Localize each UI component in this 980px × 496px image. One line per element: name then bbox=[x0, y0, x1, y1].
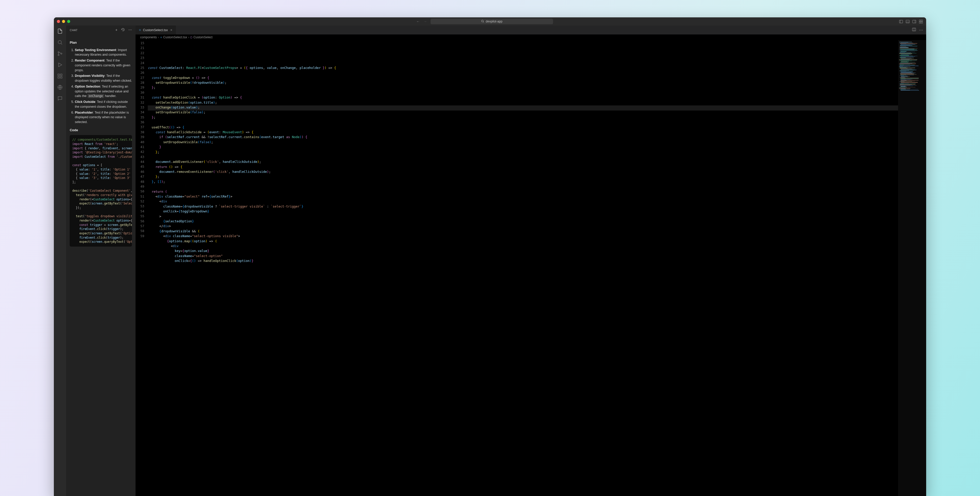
body-area: CHAT + ⋯ Plan Setup Testing Environment:… bbox=[54, 26, 926, 496]
svg-rect-20 bbox=[58, 77, 59, 78]
plan-heading: Plan bbox=[70, 40, 132, 45]
chat-content: Plan Setup Testing Environment: Import n… bbox=[66, 35, 135, 496]
breadcrumb-symbol[interactable]: CustomSelect bbox=[193, 35, 213, 39]
nav-arrows: ← → bbox=[416, 19, 427, 24]
more-actions-icon[interactable]: ⋯ bbox=[919, 27, 923, 32]
plan-item: Click Outside: Test if clicking outside … bbox=[75, 100, 132, 109]
svg-rect-8 bbox=[919, 20, 921, 21]
close-tab-icon[interactable]: × bbox=[170, 28, 172, 32]
breadcrumb-file[interactable]: CustomSelect.tsx bbox=[163, 35, 187, 39]
svg-rect-2 bbox=[899, 20, 903, 23]
titlebar-right bbox=[899, 19, 923, 24]
history-icon[interactable] bbox=[121, 28, 125, 32]
nav-forward-icon[interactable]: → bbox=[423, 19, 427, 24]
plan-item: Placeholder: Test if the placeholder is … bbox=[75, 110, 132, 124]
close-window-button[interactable] bbox=[57, 20, 60, 23]
traffic-lights bbox=[57, 20, 70, 23]
run-debug-icon[interactable] bbox=[57, 62, 63, 68]
svg-rect-21 bbox=[60, 77, 62, 78]
chat-sidebar: CHAT + ⋯ Plan Setup Testing Environment:… bbox=[66, 26, 135, 496]
extensions-icon[interactable] bbox=[57, 73, 63, 79]
tab-label: CustomSelect.tsx bbox=[143, 28, 168, 32]
explorer-icon[interactable] bbox=[57, 28, 63, 34]
svg-point-14 bbox=[58, 51, 59, 53]
layout-customize-icon[interactable] bbox=[919, 19, 923, 24]
new-chat-icon[interactable]: + bbox=[115, 28, 118, 32]
chat-code-block: // components/CustomSelect.test.tsx impo… bbox=[70, 135, 132, 247]
code-lines[interactable]: const CustomSelect: React.FC<CustomSelec… bbox=[148, 40, 898, 496]
source-control-icon[interactable] bbox=[57, 51, 63, 57]
search-icon bbox=[481, 20, 484, 24]
remote-icon[interactable] bbox=[57, 84, 63, 90]
svg-rect-6 bbox=[913, 20, 916, 23]
svg-rect-10 bbox=[919, 22, 921, 23]
plan-item: Dropdown Visibility: Test if the dropdow… bbox=[75, 73, 132, 83]
tabs-bar: ⚛ CustomSelect.tsx × ⋯ bbox=[135, 26, 926, 35]
svg-point-0 bbox=[482, 20, 484, 22]
svg-rect-19 bbox=[60, 74, 62, 76]
plan-item: Option Selection: Test if selecting an o… bbox=[75, 84, 132, 99]
plan-item: Render Component: Test if the component … bbox=[75, 58, 132, 72]
search-text: devpilot-app bbox=[486, 20, 502, 23]
activity-bar bbox=[54, 26, 66, 496]
layout-panel-left-icon[interactable] bbox=[899, 19, 903, 24]
layout-panel-right-icon[interactable] bbox=[912, 19, 916, 24]
react-file-icon: ⚛ bbox=[138, 28, 142, 32]
minimize-window-button[interactable] bbox=[62, 20, 65, 23]
more-icon[interactable]: ⋯ bbox=[128, 28, 132, 32]
app-window: ← → devpilot-app CHAT bbox=[54, 18, 926, 496]
nav-back-icon[interactable]: ← bbox=[416, 19, 420, 24]
chat-header: CHAT + ⋯ bbox=[66, 26, 135, 35]
titlebar: ← → devpilot-app bbox=[54, 18, 926, 26]
chat-title: CHAT bbox=[70, 29, 78, 32]
svg-line-13 bbox=[61, 43, 62, 45]
svg-rect-4 bbox=[906, 20, 909, 23]
svg-marker-17 bbox=[59, 63, 62, 67]
editor-body[interactable]: 1521222324252627282930313233343536373839… bbox=[135, 40, 926, 496]
breadcrumb-folder[interactable]: components bbox=[140, 35, 157, 39]
chat-icon[interactable] bbox=[57, 96, 63, 102]
svg-rect-18 bbox=[58, 74, 59, 76]
command-center[interactable]: devpilot-app bbox=[431, 19, 553, 24]
maximize-window-button[interactable] bbox=[67, 20, 70, 23]
code-heading: Code bbox=[70, 128, 132, 133]
editor-area: ⚛ CustomSelect.tsx × ⋯ components › ⚛ Cu… bbox=[135, 26, 926, 496]
svg-rect-9 bbox=[921, 20, 923, 21]
line-gutter: 1521222324252627282930313233343536373839… bbox=[135, 40, 148, 496]
svg-point-12 bbox=[58, 41, 62, 44]
layout-panel-bottom-icon[interactable] bbox=[906, 19, 910, 24]
minimap[interactable] bbox=[898, 40, 926, 496]
plan-list: Setup Testing Environment: Import necess… bbox=[70, 48, 132, 124]
svg-point-16 bbox=[61, 53, 62, 54]
search-activity-icon[interactable] bbox=[57, 39, 63, 45]
svg-rect-11 bbox=[921, 22, 923, 23]
breadcrumb[interactable]: components › ⚛ CustomSelect.tsx › ⬡ Cust… bbox=[135, 35, 926, 40]
svg-line-1 bbox=[484, 22, 484, 22]
plan-item: Setup Testing Environment: Import necess… bbox=[75, 48, 132, 57]
editor-tab[interactable]: ⚛ CustomSelect.tsx × bbox=[135, 26, 176, 35]
svg-point-15 bbox=[58, 54, 59, 56]
split-editor-icon[interactable] bbox=[912, 27, 916, 32]
